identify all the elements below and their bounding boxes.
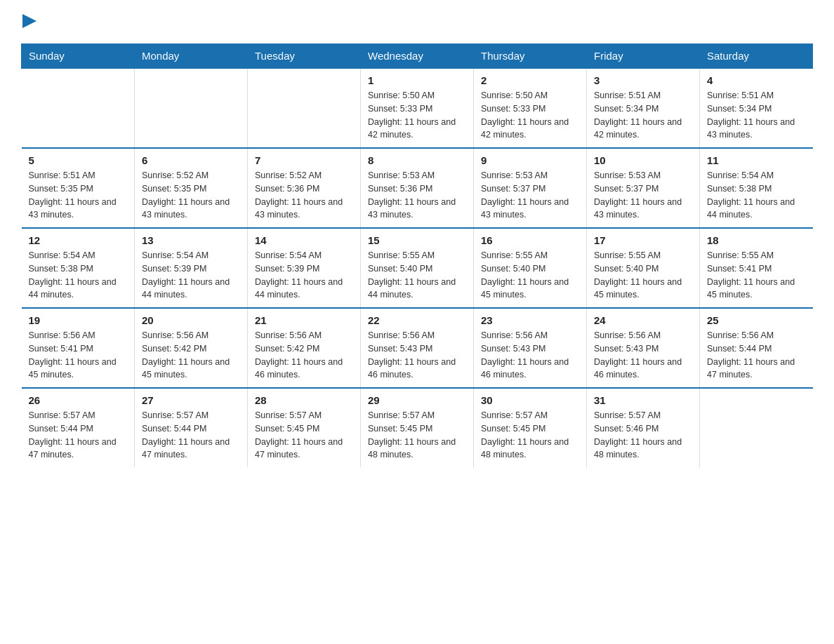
day-number: 23 [481,314,579,326]
day-info: Sunrise: 5:54 AM Sunset: 5:38 PM Dayligh… [29,249,128,302]
calendar-cell: 5Sunrise: 5:51 AM Sunset: 5:35 PM Daylig… [22,148,135,228]
calendar-cell: 11Sunrise: 5:54 AM Sunset: 5:38 PM Dayli… [700,148,813,228]
day-number: 21 [255,314,353,326]
day-number: 4 [707,74,806,86]
calendar-cell: 17Sunrise: 5:55 AM Sunset: 5:40 PM Dayli… [587,228,700,308]
day-number: 25 [707,314,806,326]
calendar-cell: 10Sunrise: 5:53 AM Sunset: 5:37 PM Dayli… [587,148,700,228]
calendar-cell: 1Sunrise: 5:50 AM Sunset: 5:33 PM Daylig… [361,68,474,148]
calendar-cell: 12Sunrise: 5:54 AM Sunset: 5:38 PM Dayli… [22,228,135,308]
day-number: 5 [29,154,128,166]
day-number: 26 [29,394,128,406]
calendar-cell [22,68,135,148]
day-number: 10 [594,154,692,166]
col-sunday: Sunday [22,44,135,69]
calendar-cell: 22Sunrise: 5:56 AM Sunset: 5:43 PM Dayli… [361,308,474,388]
calendar-cell: 18Sunrise: 5:55 AM Sunset: 5:41 PM Dayli… [700,228,813,308]
calendar-row: 12Sunrise: 5:54 AM Sunset: 5:38 PM Dayli… [22,228,813,308]
day-info: Sunrise: 5:54 AM Sunset: 5:39 PM Dayligh… [255,249,353,302]
day-number: 2 [481,74,579,86]
calendar-cell: 14Sunrise: 5:54 AM Sunset: 5:39 PM Dayli… [248,228,361,308]
calendar-cell: 31Sunrise: 5:57 AM Sunset: 5:46 PM Dayli… [587,388,700,467]
day-number: 31 [594,394,692,406]
day-info: Sunrise: 5:56 AM Sunset: 5:43 PM Dayligh… [594,329,692,382]
day-info: Sunrise: 5:54 AM Sunset: 5:39 PM Dayligh… [142,249,240,302]
calendar-cell: 19Sunrise: 5:56 AM Sunset: 5:41 PM Dayli… [22,308,135,388]
day-info: Sunrise: 5:53 AM Sunset: 5:37 PM Dayligh… [594,169,692,222]
calendar-cell: 27Sunrise: 5:57 AM Sunset: 5:44 PM Dayli… [135,388,248,467]
calendar-cell: 4Sunrise: 5:51 AM Sunset: 5:34 PM Daylig… [700,68,813,148]
col-tuesday: Tuesday [248,44,361,69]
day-info: Sunrise: 5:50 AM Sunset: 5:33 PM Dayligh… [368,89,466,142]
day-number: 12 [29,234,128,246]
calendar-cell: 30Sunrise: 5:57 AM Sunset: 5:45 PM Dayli… [474,388,587,467]
col-friday: Friday [587,44,700,69]
day-info: Sunrise: 5:55 AM Sunset: 5:41 PM Dayligh… [707,249,806,302]
calendar-row: 26Sunrise: 5:57 AM Sunset: 5:44 PM Dayli… [22,388,813,467]
day-info: Sunrise: 5:57 AM Sunset: 5:46 PM Dayligh… [594,409,692,462]
day-number: 6 [142,154,240,166]
day-number: 13 [142,234,240,246]
svg-marker-0 [22,14,37,28]
day-number: 15 [368,234,466,246]
day-number: 16 [481,234,579,246]
day-info: Sunrise: 5:57 AM Sunset: 5:45 PM Dayligh… [368,409,466,462]
calendar-row: 19Sunrise: 5:56 AM Sunset: 5:41 PM Dayli… [22,308,813,388]
day-info: Sunrise: 5:57 AM Sunset: 5:44 PM Dayligh… [142,409,240,462]
calendar-header: Sunday Monday Tuesday Wednesday Thursday… [22,44,813,69]
calendar-cell: 3Sunrise: 5:51 AM Sunset: 5:34 PM Daylig… [587,68,700,148]
calendar-cell: 20Sunrise: 5:56 AM Sunset: 5:42 PM Dayli… [135,308,248,388]
calendar-cell: 25Sunrise: 5:56 AM Sunset: 5:44 PM Dayli… [700,308,813,388]
calendar-cell [700,388,813,467]
calendar-table: Sunday Monday Tuesday Wednesday Thursday… [21,43,813,467]
day-info: Sunrise: 5:57 AM Sunset: 5:45 PM Dayligh… [255,409,353,462]
calendar-cell: 2Sunrise: 5:50 AM Sunset: 5:33 PM Daylig… [474,68,587,148]
day-number: 22 [368,314,466,326]
day-number: 27 [142,394,240,406]
col-wednesday: Wednesday [361,44,474,69]
day-info: Sunrise: 5:51 AM Sunset: 5:35 PM Dayligh… [29,169,128,222]
day-number: 1 [368,74,466,86]
day-number: 20 [142,314,240,326]
calendar-cell: 21Sunrise: 5:56 AM Sunset: 5:42 PM Dayli… [248,308,361,388]
day-info: Sunrise: 5:56 AM Sunset: 5:42 PM Dayligh… [255,329,353,382]
calendar-cell: 28Sunrise: 5:57 AM Sunset: 5:45 PM Dayli… [248,388,361,467]
day-number: 3 [594,74,692,86]
calendar-cell: 8Sunrise: 5:53 AM Sunset: 5:36 PM Daylig… [361,148,474,228]
calendar-cell: 6Sunrise: 5:52 AM Sunset: 5:35 PM Daylig… [135,148,248,228]
calendar-cell: 23Sunrise: 5:56 AM Sunset: 5:43 PM Dayli… [474,308,587,388]
col-monday: Monday [135,44,248,69]
day-info: Sunrise: 5:55 AM Sunset: 5:40 PM Dayligh… [481,249,579,302]
day-info: Sunrise: 5:54 AM Sunset: 5:38 PM Dayligh… [707,169,806,222]
day-info: Sunrise: 5:50 AM Sunset: 5:33 PM Dayligh… [481,89,579,142]
calendar-cell [135,68,248,148]
day-info: Sunrise: 5:53 AM Sunset: 5:36 PM Dayligh… [368,169,466,222]
page-header [21,14,813,31]
day-number: 8 [368,154,466,166]
day-info: Sunrise: 5:51 AM Sunset: 5:34 PM Dayligh… [707,89,806,142]
calendar-cell: 9Sunrise: 5:53 AM Sunset: 5:37 PM Daylig… [474,148,587,228]
day-info: Sunrise: 5:56 AM Sunset: 5:43 PM Dayligh… [481,329,579,382]
day-info: Sunrise: 5:51 AM Sunset: 5:34 PM Dayligh… [594,89,692,142]
calendar-cell: 29Sunrise: 5:57 AM Sunset: 5:45 PM Dayli… [361,388,474,467]
calendar-cell: 26Sunrise: 5:57 AM Sunset: 5:44 PM Dayli… [22,388,135,467]
calendar-cell: 7Sunrise: 5:52 AM Sunset: 5:36 PM Daylig… [248,148,361,228]
day-number: 9 [481,154,579,166]
calendar-row: 1Sunrise: 5:50 AM Sunset: 5:33 PM Daylig… [22,68,813,148]
day-info: Sunrise: 5:56 AM Sunset: 5:44 PM Dayligh… [707,329,806,382]
day-info: Sunrise: 5:52 AM Sunset: 5:36 PM Dayligh… [255,169,353,222]
logo [21,14,37,31]
day-info: Sunrise: 5:56 AM Sunset: 5:43 PM Dayligh… [368,329,466,382]
calendar-cell [248,68,361,148]
day-info: Sunrise: 5:55 AM Sunset: 5:40 PM Dayligh… [594,249,692,302]
day-number: 18 [707,234,806,246]
day-info: Sunrise: 5:52 AM Sunset: 5:35 PM Dayligh… [142,169,240,222]
day-number: 30 [481,394,579,406]
header-row: Sunday Monday Tuesday Wednesday Thursday… [22,44,813,69]
calendar-row: 5Sunrise: 5:51 AM Sunset: 5:35 PM Daylig… [22,148,813,228]
calendar-body: 1Sunrise: 5:50 AM Sunset: 5:33 PM Daylig… [22,68,813,467]
day-info: Sunrise: 5:56 AM Sunset: 5:42 PM Dayligh… [142,329,240,382]
day-info: Sunrise: 5:57 AM Sunset: 5:44 PM Dayligh… [29,409,128,462]
col-saturday: Saturday [700,44,813,69]
day-info: Sunrise: 5:55 AM Sunset: 5:40 PM Dayligh… [368,249,466,302]
